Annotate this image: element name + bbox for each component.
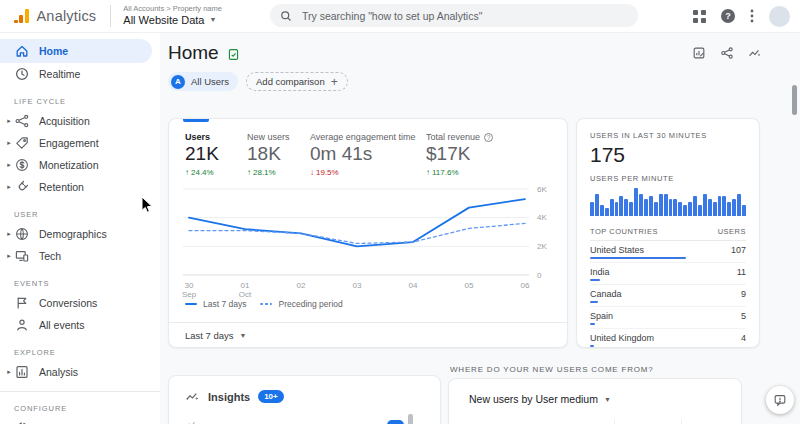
metric-avg-engagement-time[interactable]: Average engagement time 0m 41s ↓19.5% <box>310 132 426 177</box>
svg-text:06: 06 <box>521 281 530 290</box>
insights-icon[interactable] <box>748 46 762 60</box>
svg-text:01: 01 <box>241 281 250 290</box>
account-picker[interactable]: All Accounts > Property name All Website… <box>123 4 222 27</box>
insights-scrollbar[interactable] <box>408 414 413 424</box>
per-minute-bar <box>718 196 722 216</box>
legend-dashed-swatch <box>260 303 272 305</box>
segment-a-badge: A <box>171 75 185 89</box>
sidebar-section-label: EVENTS <box>14 279 160 288</box>
metric-total-revenue[interactable]: Total revenue? $17K ↑117.6% <box>426 132 551 177</box>
new-users-card: New users by User medium ▼ <box>448 378 742 424</box>
sidebar-item-demographics[interactable]: ▸ Demographics <box>0 223 160 245</box>
property-name: All Website Data <box>123 14 204 28</box>
gridline <box>614 419 615 424</box>
share-icon[interactable] <box>720 46 734 60</box>
per-minute-bar <box>664 194 668 216</box>
brand-name: Analytics <box>37 8 97 24</box>
country-bar <box>590 345 594 347</box>
per-minute-bar <box>639 194 643 216</box>
per-minute-bar <box>673 199 677 216</box>
help-icon[interactable]: ? <box>721 9 735 23</box>
per-minute-bar <box>615 202 619 216</box>
users-trend-chart[interactable]: 02K4K6K30Sep01Oct0203040506 <box>175 181 563 303</box>
active-tab-indicator <box>183 119 209 122</box>
tech-icon <box>14 248 30 264</box>
per-minute-bar <box>605 208 609 216</box>
sidebar-item-acquisition[interactable]: ▸ Acquisition <box>0 110 160 132</box>
search-bar[interactable] <box>270 4 638 27</box>
breadcrumb: All Accounts > Property name <box>123 4 222 13</box>
page-scrollbar[interactable] <box>792 85 797 115</box>
per-minute-title: USERS PER MINUTE <box>590 174 746 183</box>
divider <box>110 5 111 27</box>
date-range-selector[interactable]: Last 7 days ▼ <box>169 322 567 347</box>
country-row: Canada 9 <box>590 285 746 307</box>
sidebar-item-all-events[interactable]: All events <box>0 314 160 336</box>
per-minute-bar <box>698 205 702 216</box>
metrics-row: Users 21K ↑24.4% New users 18K ↑28.1% Av… <box>169 119 567 177</box>
apps-grid-icon[interactable] <box>693 10 706 23</box>
gridline <box>681 419 682 424</box>
per-minute-bar <box>634 188 638 216</box>
data-quality-icon[interactable] <box>227 48 240 61</box>
customize-report-icon[interactable] <box>692 46 706 60</box>
add-comparison-label: Add comparison <box>256 76 325 87</box>
sidebar-item-tech[interactable]: ▸ Tech <box>0 245 160 267</box>
chevron-right-icon: ▸ <box>4 368 14 376</box>
top-app-bar: Analytics All Accounts > Property name A… <box>0 0 800 33</box>
sidebar-section-label: CONFIGURE <box>14 404 160 413</box>
engagement-icon <box>14 135 30 151</box>
per-minute-bar <box>722 196 726 216</box>
admin-icon <box>14 420 30 424</box>
per-minute-bar <box>624 199 628 216</box>
sidebar: Home Realtime LIFE CYCLE ▸ Acquisition ▸… <box>0 32 160 424</box>
svg-text:30: 30 <box>185 281 194 290</box>
sidebar-item-analysis[interactable]: ▸ Analysis <box>0 361 160 383</box>
all-events-icon <box>14 317 30 333</box>
sidebar-item-conversions[interactable]: Conversions <box>0 292 160 314</box>
per-minute-bar <box>678 202 682 216</box>
countries-table: United States 107 India 11 Canada 9 <box>590 241 746 348</box>
new-users-dimension-dropdown[interactable]: New users by User medium ▼ <box>449 379 741 405</box>
retention-icon <box>14 179 30 195</box>
sidebar-item-retention[interactable]: ▸ Retention <box>0 176 160 198</box>
help-icon[interactable]: ? <box>484 133 493 142</box>
per-minute-bar <box>703 194 707 216</box>
sidebar-item-admin[interactable]: Admin <box>0 417 160 424</box>
svg-text:02: 02 <box>297 281 306 290</box>
search-icon <box>280 10 292 22</box>
svg-text:05: 05 <box>465 281 474 290</box>
country-bar <box>590 257 686 259</box>
chevron-down-icon: ▼ <box>209 16 216 25</box>
per-minute-bar <box>610 199 614 216</box>
feedback-button[interactable] <box>766 386 794 414</box>
sidebar-section-label: USER <box>14 210 160 219</box>
sidebar-section-label: LIFE CYCLE <box>14 97 160 106</box>
search-input[interactable] <box>300 9 628 23</box>
all-users-chip[interactable]: A All Users <box>168 72 238 91</box>
sidebar-item-realtime[interactable]: Realtime <box>0 63 160 85</box>
add-comparison-chip[interactable]: Add comparison + <box>246 72 348 91</box>
plus-icon: + <box>331 75 338 89</box>
chevron-right-icon: ▸ <box>4 139 14 147</box>
metric-new-users[interactable]: New users 18K ↑28.1% <box>247 132 310 177</box>
per-minute-bar <box>683 205 687 216</box>
legend-solid-swatch <box>185 303 197 305</box>
per-minute-bar <box>619 196 623 216</box>
per-minute-bar <box>688 202 692 216</box>
metric-delta: ↑28.1% <box>247 168 310 177</box>
avatar[interactable] <box>769 6 790 27</box>
analysis-icon <box>14 364 30 380</box>
sidebar-item-home[interactable]: Home <box>0 39 152 63</box>
more-vert-icon[interactable] <box>750 9 754 23</box>
svg-text:04: 04 <box>409 281 418 290</box>
chevron-right-icon: ▸ <box>4 183 14 191</box>
metric-users[interactable]: Users 21K ↑24.4% <box>185 132 247 177</box>
chevron-right-icon: ▸ <box>4 161 14 169</box>
sidebar-item-monetization[interactable]: ▸ Monetization <box>0 154 160 176</box>
per-minute-bar <box>727 202 731 216</box>
svg-text:03: 03 <box>353 281 362 290</box>
svg-text:0: 0 <box>537 271 542 280</box>
sidebar-item-engagement[interactable]: ▸ Engagement <box>0 132 160 154</box>
analytics-logo[interactable]: Analytics <box>0 8 96 24</box>
